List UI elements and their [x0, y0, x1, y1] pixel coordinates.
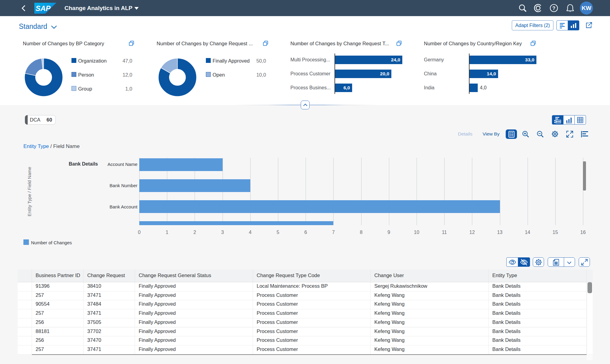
svg-text:SAP: SAP: [36, 4, 51, 12]
svg-text:?: ?: [553, 6, 556, 11]
